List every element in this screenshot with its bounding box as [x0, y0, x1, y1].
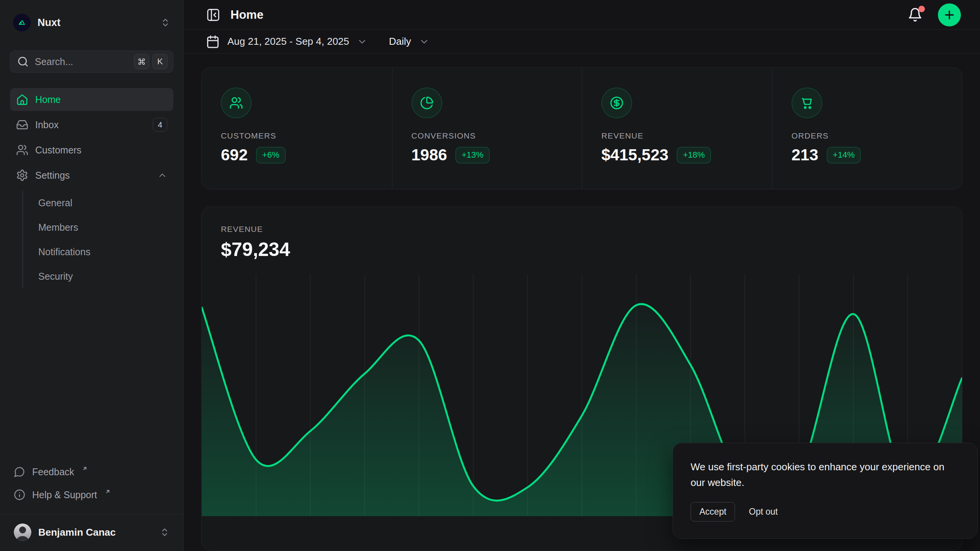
subnav-label: General — [38, 197, 72, 209]
kbd-k: K — [152, 54, 168, 69]
granularity-select[interactable]: Daily — [389, 36, 430, 47]
stat-label: CONVERSIONS — [412, 131, 563, 140]
stat-value: 1986 — [412, 146, 447, 164]
date-range-value: Aug 21, 2025 - Sep 4, 2025 — [227, 36, 349, 47]
chevron-up-icon — [157, 170, 167, 180]
granularity-value: Daily — [389, 36, 411, 47]
search-icon — [17, 56, 29, 67]
stat-label: ORDERS — [792, 131, 943, 140]
stat-card-orders: ORDERS 213 +14% — [772, 68, 962, 189]
stat-card-revenue: REVENUE $415,523 +18% — [582, 68, 772, 189]
stats-row: CUSTOMERS 692 +6% CONVERSIONS 1986 +13% — [201, 67, 962, 189]
home-icon — [16, 93, 28, 106]
chevrons-up-down-icon — [160, 527, 170, 537]
revenue-label: REVENUE — [221, 225, 943, 234]
help-support-link[interactable]: Help & Support — [10, 483, 173, 506]
user-menu[interactable]: Benjamin Canac — [10, 514, 173, 551]
sidebar-item-inbox[interactable]: Inbox 4 — [10, 113, 173, 136]
inbox-count-badge: 4 — [153, 118, 167, 132]
feedback-label: Feedback — [32, 466, 74, 478]
stat-value: 213 — [792, 146, 818, 164]
nuxt-logo-icon — [13, 14, 31, 31]
help-support-label: Help & Support — [32, 489, 97, 500]
collapse-sidebar-button[interactable] — [206, 8, 220, 22]
stat-delta-badge: +6% — [256, 147, 286, 163]
cookie-banner: We use first-party cookies to enhance yo… — [673, 443, 978, 539]
sidebar-item-customers[interactable]: Customers — [10, 139, 173, 161]
avatar — [14, 523, 31, 541]
stat-value: $415,523 — [601, 146, 668, 164]
dashboard-content: CUSTOMERS 692 +6% CONVERSIONS 1986 +13% — [184, 54, 980, 551]
cookie-message: We use first-party cookies to enhance yo… — [691, 459, 960, 491]
settings-subnav: General Members Notifications Security — [22, 191, 173, 289]
stat-card-conversions: CONVERSIONS 1986 +13% — [392, 68, 582, 189]
sidebar: Nuxt Search... K Home — [0, 0, 184, 551]
sidebar-footer: Feedback Help & Support — [10, 460, 173, 551]
stat-label: CUSTOMERS — [221, 131, 373, 140]
notification-dot — [918, 6, 925, 12]
sidebar-item-home[interactable]: Home — [10, 88, 173, 111]
message-bubble-icon — [14, 466, 25, 478]
stat-delta-badge: +14% — [827, 147, 861, 163]
feedback-link[interactable]: Feedback — [10, 460, 173, 483]
dollar-circle-icon — [601, 88, 632, 118]
subnav-label: Members — [38, 222, 78, 233]
sidebar-item-members[interactable]: Members — [38, 215, 173, 240]
workspace-selector[interactable]: Nuxt — [10, 11, 173, 34]
stat-delta-badge: +13% — [456, 147, 490, 163]
stat-value: 692 — [221, 146, 248, 164]
add-button[interactable] — [938, 3, 961, 26]
chevron-down-icon — [357, 36, 368, 47]
sidebar-nav: Home Inbox 4 Customers Settings — [10, 88, 173, 289]
users-icon — [221, 88, 252, 118]
opt-out-button[interactable]: Opt out — [747, 502, 779, 521]
topbar: Home — [184, 0, 980, 30]
revenue-total: $79,234 — [221, 238, 943, 261]
notifications-button[interactable] — [908, 7, 923, 22]
pie-chart-icon — [412, 88, 442, 118]
app-root: Nuxt Search... K Home — [0, 0, 980, 551]
info-circle-icon — [14, 489, 25, 500]
shopping-cart-icon — [792, 88, 822, 118]
stat-label: REVENUE — [601, 131, 753, 140]
gear-icon — [16, 169, 28, 181]
stat-delta-badge: +18% — [677, 147, 711, 163]
user-name: Benjamin Canac — [38, 527, 153, 538]
accept-button[interactable]: Accept — [691, 502, 735, 522]
sidebar-item-label: Settings — [35, 170, 150, 181]
page-title: Home — [230, 8, 263, 22]
chevrons-up-down-icon — [160, 18, 170, 28]
sidebar-item-label: Inbox — [35, 119, 146, 130]
kbd-command — [134, 54, 149, 69]
filter-bar: Aug 21, 2025 - Sep 4, 2025 Daily — [184, 30, 980, 54]
search-input[interactable]: Search... K — [10, 51, 173, 73]
chevron-down-icon — [419, 36, 430, 47]
sidebar-item-settings[interactable]: Settings — [10, 164, 173, 187]
search-placeholder: Search... — [35, 56, 128, 67]
users-icon — [16, 144, 28, 156]
stat-card-customers: CUSTOMERS 692 +6% — [202, 68, 392, 189]
subnav-label: Security — [38, 271, 73, 282]
external-link-icon — [105, 489, 111, 494]
sidebar-item-general[interactable]: General — [38, 191, 173, 215]
main-area: Home Aug 21, 2025 - Sep 4, 2025 — [184, 0, 980, 551]
sidebar-item-label: Home — [35, 94, 167, 105]
inbox-icon — [16, 119, 28, 131]
sidebar-item-security[interactable]: Security — [38, 264, 173, 289]
workspace-name: Nuxt — [38, 17, 60, 29]
subnav-label: Notifications — [38, 246, 90, 258]
sidebar-item-label: Customers — [35, 145, 167, 156]
external-link-icon — [82, 466, 88, 471]
date-range-picker[interactable]: Aug 21, 2025 - Sep 4, 2025 — [206, 35, 368, 49]
sidebar-item-notifications[interactable]: Notifications — [38, 240, 173, 264]
calendar-icon — [206, 35, 220, 49]
